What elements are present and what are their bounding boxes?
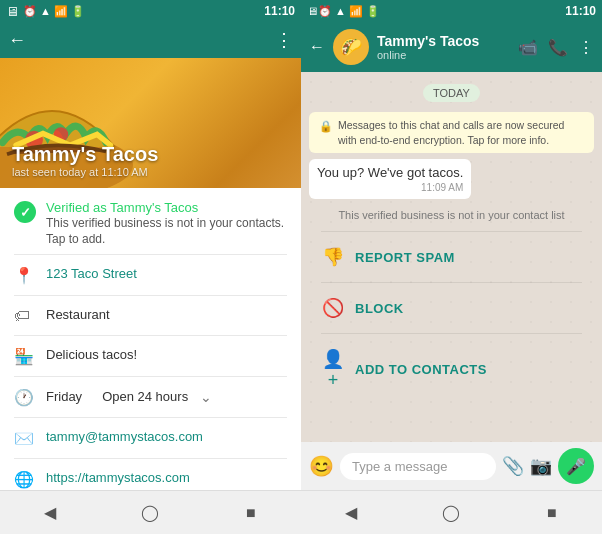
right-back-nav-button[interactable]: ◀ [341, 503, 361, 523]
back-button[interactable]: ← [8, 30, 26, 51]
website-text[interactable]: https://tammystacos.com [46, 469, 190, 487]
chat-header: ← 🌮 Tammy's Tacos online 📹 📞 ⋮ [301, 22, 602, 72]
mic-button[interactable]: 🎤 [558, 448, 594, 484]
chat-more-options-icon[interactable]: ⋮ [578, 38, 594, 57]
right-recents-nav-button[interactable]: ■ [542, 503, 562, 523]
block-icon: 🚫 [321, 297, 345, 319]
email-row: ✉️ tammy@tammystacos.com [0, 418, 301, 458]
screen-icon: 🖥 [6, 4, 19, 19]
right-panel: 🖥 ⏰ ▲ 📶 🔋 11:10 ← 🌮 Tammy's Tacos online… [301, 0, 602, 534]
left-header-bar: ← ⋮ [0, 22, 301, 58]
add-to-contacts-row[interactable]: 👤+ ADD TO CONTACTS [309, 340, 594, 399]
email-icon: ✉️ [14, 429, 34, 448]
alarm-icon: ⏰ [23, 5, 37, 18]
category-icon: 🏷 [14, 307, 34, 325]
message-bubble: You up? We've got tacos. 11:09 AM [309, 159, 471, 199]
website-row: 🌐 https://tammystacos.com [0, 459, 301, 490]
description-text: Delicious tacos! [46, 346, 137, 364]
verified-check-icon [14, 201, 36, 223]
action-sep-2 [321, 282, 582, 283]
action-sep-3 [321, 333, 582, 334]
chat-messages: TODAY 🔒 Messages to this chat and calls … [301, 72, 602, 442]
date-badge: TODAY [423, 84, 480, 102]
verified-title: Verified as Tammy's Tacos [46, 200, 284, 215]
chat-avatar: 🌮 [333, 29, 369, 65]
taco-hero-image: Tammy's Tacos last seen today at 11:10 A… [0, 58, 301, 188]
right-status-bar: 🖥 ⏰ ▲ 📶 🔋 11:10 [301, 0, 602, 22]
address-row: 📍 123 Taco Street [0, 255, 301, 295]
message-input[interactable]: Type a message [340, 453, 496, 480]
left-panel: 🖥 ⏰ ▲ 📶 🔋 11:10 ← ⋮ [0, 0, 301, 534]
profile-content: Verified as Tammy's Tacos This verified … [0, 188, 301, 490]
chat-info: Tammy's Tacos online [377, 33, 510, 61]
video-call-icon[interactable]: 📹 [518, 38, 538, 57]
location-icon: 📍 [14, 266, 34, 285]
hours-row[interactable]: 🕐 Friday Open 24 hours ⌄ [0, 377, 301, 417]
battery-icon: 🔋 [71, 5, 85, 18]
recents-nav-button[interactable]: ■ [241, 503, 261, 523]
hours-day: Friday [46, 389, 82, 404]
left-nav-bar: ◀ ◯ ■ [0, 490, 301, 534]
hero-text: Tammy's Tacos last seen today at 11:10 A… [12, 143, 158, 178]
chat-name: Tammy's Tacos [377, 33, 510, 49]
attachment-icon[interactable]: 📎 [502, 455, 524, 477]
voice-call-icon[interactable]: 📞 [548, 38, 568, 57]
chat-status: online [377, 49, 510, 61]
hours-status: Open 24 hours [102, 389, 188, 404]
report-spam-icon: 👎 [321, 246, 345, 268]
right-screen-icon: 🖥 [307, 5, 318, 17]
right-time: 11:10 [565, 4, 596, 18]
right-battery-icon: 🔋 [366, 5, 380, 18]
back-nav-button[interactable]: ◀ [40, 503, 60, 523]
verified-subtext: This verified business is not in your co… [46, 215, 284, 232]
right-signal-icon: ▲ [335, 5, 346, 17]
not-in-contacts-notice: This verified business is not in your co… [309, 205, 594, 225]
category-text: Restaurant [46, 306, 110, 324]
signal-icon: ▲ [40, 5, 51, 17]
verified-text: Verified as Tammy's Tacos This verified … [46, 200, 284, 246]
message-text: You up? We've got tacos. [317, 165, 463, 180]
address-text[interactable]: 123 Taco Street [46, 265, 137, 283]
hero-title: Tammy's Tacos [12, 143, 158, 166]
left-status-icons: ⏰ ▲ 📶 🔋 [23, 5, 85, 18]
add-to-contacts-label: ADD TO CONTACTS [355, 362, 487, 377]
right-alarm-icon: ⏰ [318, 5, 332, 18]
chevron-down-icon[interactable]: ⌄ [200, 389, 212, 405]
clock-icon: 🕐 [14, 388, 34, 407]
report-spam-label: REPORT SPAM [355, 250, 455, 265]
home-nav-button[interactable]: ◯ [140, 503, 160, 523]
encryption-notice[interactable]: 🔒 Messages to this chat and calls are no… [309, 112, 594, 153]
hero-subtitle: last seen today at 11:10 AM [12, 166, 158, 178]
email-text[interactable]: tammy@tammystacos.com [46, 428, 203, 446]
chat-back-button[interactable]: ← [309, 38, 325, 56]
lock-icon: 🔒 [319, 119, 333, 134]
chat-header-icons: 📹 📞 ⋮ [518, 38, 594, 57]
emoji-button[interactable]: 😊 [309, 454, 334, 478]
description-row: 🏪 Delicious tacos! [0, 336, 301, 376]
wifi-icon: 📶 [54, 5, 68, 18]
report-spam-row[interactable]: 👎 REPORT SPAM [309, 238, 594, 276]
right-wifi-icon: 📶 [349, 5, 363, 18]
right-nav-bar: ◀ ◯ ■ [301, 490, 602, 534]
block-label: BLOCK [355, 301, 404, 316]
globe-icon: 🌐 [14, 470, 34, 489]
right-status-icons: ⏰ ▲ 📶 🔋 [318, 5, 380, 18]
more-options-button[interactable]: ⋮ [275, 29, 293, 51]
camera-icon[interactable]: 📷 [530, 455, 552, 477]
category-row: 🏷 Restaurant [0, 296, 301, 335]
description-icon: 🏪 [14, 347, 34, 366]
block-row[interactable]: 🚫 BLOCK [309, 289, 594, 327]
left-status-bar: 🖥 ⏰ ▲ 📶 🔋 11:10 [0, 0, 301, 22]
verified-section: Verified as Tammy's Tacos This verified … [0, 188, 301, 254]
message-time: 11:09 AM [317, 182, 463, 193]
tap-to-add[interactable]: Tap to add. [46, 232, 284, 246]
add-contact-icon: 👤+ [321, 348, 345, 391]
right-home-nav-button[interactable]: ◯ [441, 503, 461, 523]
encryption-text: Messages to this chat and calls are now … [338, 118, 584, 147]
chat-input-area: 😊 Type a message 📎 📷 🎤 [301, 442, 602, 490]
left-time: 11:10 [264, 4, 295, 18]
action-sep-1 [321, 231, 582, 232]
